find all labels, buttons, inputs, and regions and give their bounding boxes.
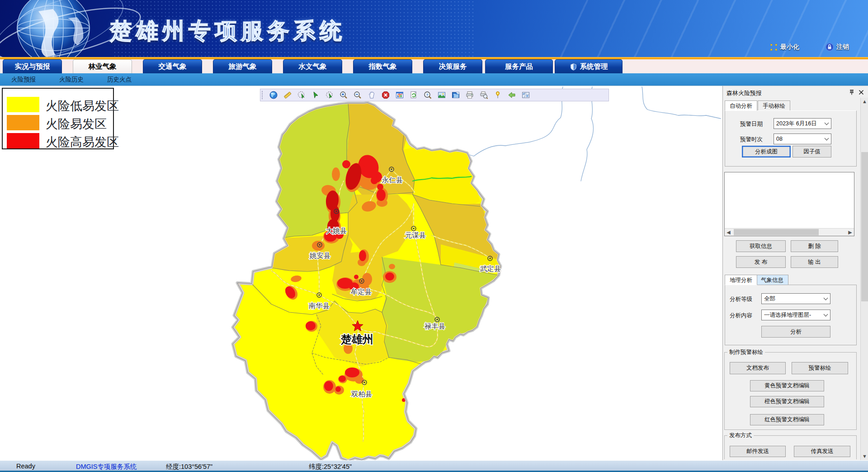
main-tab-9[interactable]: 系统管理: [555, 59, 623, 73]
select-arrow-icon[interactable]: [308, 90, 322, 100]
legend-label: 火险易发区: [46, 116, 107, 132]
main-tab-7[interactable]: 决策服务: [423, 59, 482, 73]
stop-icon[interactable]: [378, 90, 392, 100]
subnav-item-1[interactable]: 火险预报: [11, 76, 36, 84]
panel-tab-manual[interactable]: 手动标绘: [758, 100, 790, 111]
analyze-button[interactable]: 分析: [761, 326, 830, 338]
status-bar: Ready DMGIS专项服务系统 经度:103°56'57" 纬度:25°32…: [0, 460, 868, 472]
print-icon[interactable]: [462, 90, 476, 100]
red-doc-button[interactable]: 红色预警文档编辑: [750, 414, 824, 425]
basemap-icon[interactable]: [448, 90, 462, 100]
factor-value-button[interactable]: 因子值: [793, 146, 831, 157]
zoom-in-icon[interactable]: [336, 90, 350, 100]
orange-doc-button[interactable]: 橙色预警文档编辑: [750, 396, 824, 407]
field-label-date: 预警日期: [740, 120, 763, 128]
county-label: 禄丰县: [425, 322, 446, 330]
main-tab-5[interactable]: 水文气象: [283, 59, 342, 73]
scroll-left-arrow[interactable]: ◀: [725, 229, 732, 236]
publish-group-title: 发布方式: [727, 432, 754, 439]
county-label: 南华县: [309, 302, 330, 310]
select-circle-icon[interactable]: [322, 90, 336, 100]
pin-icon[interactable]: [849, 89, 855, 95]
warning-table[interactable]: ◀ ▶: [724, 172, 854, 236]
main-tab-1[interactable]: 实况与预报: [3, 59, 62, 73]
map-area[interactable]: 永仁县元谋县大姚县姚安县牟定县南华县武定县禄丰县双柏县楚雄州 火险低易发区火险易…: [0, 86, 722, 460]
publish-button[interactable]: 发 布: [736, 256, 786, 268]
map-legend: 火险低易发区火险易发区火险高易发区: [2, 88, 114, 149]
legend-swatch: [7, 97, 39, 112]
close-icon[interactable]: [858, 89, 864, 95]
table-hscrollbar[interactable]: ◀ ▶: [725, 228, 854, 236]
legend-row: 火险低易发区: [7, 97, 111, 112]
sub-navbar: 火险预报火险历史历史火点: [0, 73, 868, 86]
panel-tab-auto[interactable]: 自动分析: [725, 100, 757, 111]
doc-publish-button[interactable]: 文档发布: [730, 362, 786, 374]
legend-row: 火险易发区: [7, 115, 111, 130]
subnav-item-3[interactable]: 历史火点: [107, 76, 132, 84]
globe-icon[interactable]: [266, 90, 280, 100]
scroll-right-arrow[interactable]: ▶: [846, 229, 854, 236]
yellow-doc-button[interactable]: 黄色预警文档编辑: [750, 380, 824, 391]
main-tab-8[interactable]: 服务产品: [485, 59, 553, 73]
main-tab-6[interactable]: 指数气象: [353, 59, 412, 73]
legend-swatch: [7, 115, 39, 130]
legend-row: 火险高易发区: [7, 133, 111, 148]
panel-title: 森林火险预报: [726, 89, 762, 97]
overview-map-icon[interactable]: [519, 90, 533, 100]
panel-tab-weather[interactable]: 气象信息: [756, 275, 788, 285]
subnav-item-2[interactable]: 火险历史: [59, 76, 84, 84]
measure-icon[interactable]: [280, 90, 294, 100]
lock-icon: [826, 43, 834, 51]
back-icon[interactable]: [505, 90, 519, 100]
scroll-thumb[interactable]: [734, 229, 819, 235]
banner: 楚雄州专项服务系统 最小化 注销: [0, 0, 868, 57]
refresh-icon[interactable]: [406, 90, 420, 100]
county-label: 元谋县: [405, 231, 426, 239]
print-preview-icon[interactable]: [476, 90, 491, 100]
county-label: 姚安县: [309, 252, 331, 259]
fax-send-button[interactable]: 传真发送: [794, 446, 850, 457]
main-tab-4[interactable]: 旅游气象: [213, 59, 272, 73]
status-longitude: 经度:103°56'57": [166, 462, 212, 471]
export-image-icon[interactable]: [434, 90, 448, 100]
field-label-content: 分析内容: [730, 312, 752, 319]
zoom-out-icon[interactable]: [350, 90, 364, 100]
date-combobox[interactable]: 2023年 6月16日: [774, 118, 831, 129]
minimize-button[interactable]: 最小化: [770, 43, 799, 51]
email-send-button[interactable]: 邮件发送: [730, 446, 786, 457]
panel-scroll-thumb[interactable]: [861, 152, 868, 301]
select-polygon-icon[interactable]: [294, 90, 308, 100]
main-tab-2[interactable]: 林业气象: [73, 59, 132, 73]
field-label-time: 预警时次: [740, 136, 763, 143]
status-system[interactable]: DMGIS专项服务系统: [76, 462, 137, 471]
pan-icon[interactable]: [364, 90, 378, 100]
logout-button[interactable]: 注销: [826, 43, 849, 51]
identify-icon[interactable]: ?: [420, 90, 434, 100]
forest-fire-panel: 森林火险预报 自动分析 手动标绘 预警日期 2023年 6月16日 预警时次 0…: [722, 86, 868, 460]
legend-swatch: [7, 133, 39, 148]
get-info-button[interactable]: 获取信息: [736, 240, 786, 252]
scroll-down-arrow[interactable]: ▼: [861, 453, 868, 460]
app-title: 楚雄州专项服务系统: [110, 16, 346, 46]
toolbar-grip[interactable]: [262, 91, 266, 99]
main-tabbar: 实况与预报林业气象交通气象旅游气象水文气象指数气象决策服务服务产品系统管理: [0, 59, 868, 73]
delete-button[interactable]: 删 除: [791, 240, 838, 252]
county-label: 牟定县: [351, 288, 372, 296]
placemark-icon[interactable]: [491, 90, 505, 100]
level-combobox[interactable]: 全部: [761, 293, 830, 304]
time-combobox[interactable]: 08: [774, 133, 831, 144]
county-label: 大姚县: [326, 227, 347, 234]
prefecture-label: 楚雄州: [340, 334, 373, 345]
panel-scrollbar[interactable]: ▲ ▼: [860, 98, 868, 460]
plot-group-title: 制作预警标绘: [727, 348, 765, 356]
chart-window-icon[interactable]: [392, 90, 406, 100]
map-toolbar: ?: [260, 89, 609, 101]
scroll-up-arrow[interactable]: ▲: [861, 98, 868, 105]
panel-tab-geo[interactable]: 地理分析: [725, 275, 757, 285]
legend-label: 火险高易发区: [46, 134, 119, 150]
main-tab-3[interactable]: 交通气象: [143, 59, 202, 73]
warning-plot-button[interactable]: 预警标绘: [792, 362, 848, 374]
analyze-map-button[interactable]: 分析成图: [742, 146, 791, 157]
output-button[interactable]: 输 出: [791, 256, 838, 268]
content-combobox[interactable]: 一请选择地理图层-: [761, 310, 830, 320]
